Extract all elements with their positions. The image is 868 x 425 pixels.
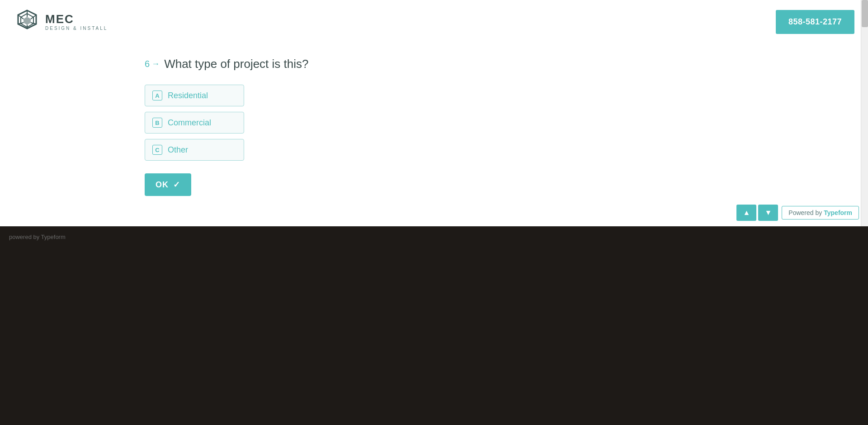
option-commercial[interactable]: B Commercial <box>145 112 244 134</box>
options-list: A Residential B Commercial C Other <box>145 85 868 161</box>
phone-button[interactable]: 858-581-2177 <box>776 10 854 34</box>
option-other[interactable]: C Other <box>145 139 244 161</box>
logo-brand: MEC <box>45 13 108 26</box>
check-icon: ✓ <box>173 180 180 190</box>
bottom-dark-area: powered by Typeform <box>0 226 868 425</box>
nav-up-button[interactable]: ▲ <box>736 205 756 221</box>
ok-label: OK <box>156 180 169 190</box>
logo-icon <box>14 8 41 35</box>
option-key-b: B <box>152 118 162 128</box>
question-text: What type of project is this? <box>164 57 308 71</box>
typeform-brand: Typeform <box>824 209 852 216</box>
question-label: 6 → What type of project is this? <box>145 57 868 71</box>
option-label-commercial: Commercial <box>168 118 211 128</box>
option-label-residential: Residential <box>168 91 208 100</box>
logo: MEC DESIGN & INSTALL <box>14 8 108 35</box>
option-key-c: C <box>152 145 162 155</box>
ok-button[interactable]: OK ✓ <box>145 173 191 196</box>
logo-text: MEC DESIGN & INSTALL <box>45 13 108 31</box>
down-arrow-icon: ▼ <box>764 209 772 217</box>
powered-prefix: Powered by <box>788 209 822 216</box>
powered-by-badge[interactable]: Powered by Typeform <box>782 206 859 220</box>
main-area: MEC DESIGN & INSTALL 858-581-2177 6 → Wh… <box>0 0 868 226</box>
bottom-nav: ▲ ▼ Powered by Typeform <box>736 205 859 226</box>
question-number: 6 → <box>145 59 160 69</box>
up-arrow-icon: ▲ <box>743 209 750 217</box>
form-content: 6 → What type of project is this? A Resi… <box>0 43 868 210</box>
question-num-text: 6 <box>145 59 150 69</box>
header: MEC DESIGN & INSTALL 858-581-2177 <box>0 0 868 43</box>
arrow-icon: → <box>151 59 160 69</box>
scrollbar-track[interactable] <box>861 0 868 226</box>
powered-bottom-text: powered by Typeform <box>9 234 66 240</box>
option-residential[interactable]: A Residential <box>145 85 244 106</box>
scrollbar-thumb[interactable] <box>862 0 868 27</box>
svg-marker-2 <box>24 17 31 25</box>
option-label-other: Other <box>168 145 188 155</box>
nav-down-button[interactable]: ▼ <box>758 205 778 221</box>
option-key-a: A <box>152 91 162 100</box>
logo-subtitle: DESIGN & INSTALL <box>45 26 108 31</box>
